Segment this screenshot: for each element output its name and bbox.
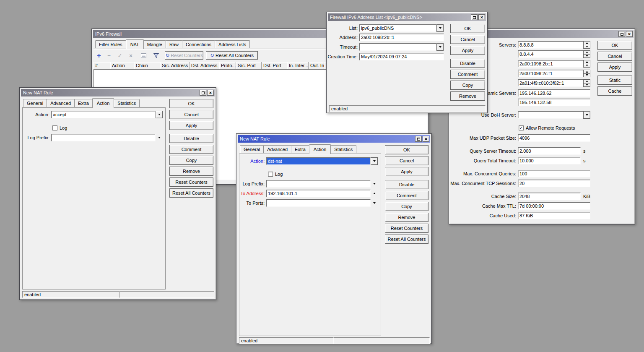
reset-counters-button[interactable]: Reset Counters (385, 224, 428, 233)
close-button[interactable]: × (423, 136, 429, 142)
tab-nat[interactable]: NAT (126, 39, 144, 49)
to-ports-expand[interactable] (371, 199, 377, 207)
tab-mangle[interactable]: Mangle (143, 40, 166, 48)
tab-filter-rules[interactable]: Filter Rules (95, 40, 126, 48)
copy-button[interactable]: Copy (169, 156, 213, 165)
apply-button[interactable]: Apply (169, 121, 213, 130)
dns-server-field-3[interactable]: 2a00:1098:2b::1 (518, 60, 583, 68)
column-header-src-address[interactable]: Src. Address (160, 62, 190, 69)
tab-extra[interactable]: Extra (74, 99, 93, 107)
tab-general[interactable]: General (240, 145, 264, 153)
action-dropdown[interactable] (371, 157, 378, 165)
server-4-stepper[interactable] (583, 70, 590, 77)
reset-all-counters-button[interactable]: Reset All Counters (385, 235, 428, 244)
filter-button[interactable] (151, 51, 161, 60)
tab-extra[interactable]: Extra (291, 145, 309, 153)
remove-button[interactable]: Remove (385, 213, 428, 222)
dns-server-field-2[interactable]: 8.8.4.4 (518, 50, 583, 58)
ok-button[interactable]: OK (385, 145, 428, 154)
dns-server-field-5[interactable]: 2a01:4f9:c010:3f02::1 (518, 79, 583, 87)
static-button[interactable]: Static (597, 76, 632, 85)
apply-button[interactable]: Apply (385, 167, 428, 176)
dns-server-field-1[interactable]: 8.8.8.8 (518, 41, 583, 49)
cancel-button[interactable]: Cancel (450, 35, 485, 44)
log-prefix-expand[interactable] (371, 180, 377, 188)
column-header-number[interactable]: # (93, 62, 110, 69)
tab-action[interactable]: Action (309, 144, 331, 154)
to-address-collapse[interactable] (371, 190, 377, 197)
tab-statistics[interactable]: Statistics (114, 99, 140, 107)
column-header-dst-port[interactable]: Dst. Port (262, 62, 287, 69)
tab-general[interactable]: General (23, 99, 47, 107)
query-server-timeout-field[interactable]: 2.000 (518, 147, 581, 155)
remove-button[interactable]: Remove (169, 167, 213, 176)
ok-button[interactable]: OK (169, 99, 213, 108)
doh-server-field[interactable] (518, 111, 583, 119)
copy-button[interactable]: Copy (385, 202, 428, 211)
apply-button[interactable]: Apply (597, 63, 632, 72)
disable-button[interactable]: Disable (385, 180, 428, 189)
server-5-stepper[interactable] (583, 79, 590, 87)
reset-all-counters-button[interactable]: Reset All Counters (169, 188, 213, 198)
allow-remote-requests-checkbox[interactable]: ✓ (519, 125, 524, 130)
log-prefix-expand[interactable] (156, 134, 162, 141)
tab-address-lists[interactable]: Address Lists (215, 40, 250, 48)
column-header-dst-address[interactable]: Dst. Address (190, 62, 219, 69)
log-prefix-field[interactable] (266, 180, 371, 188)
to-ports-field[interactable] (266, 199, 371, 207)
apply-button[interactable]: Apply (450, 46, 485, 55)
reset-counters-button[interactable]: Reset Counters (169, 177, 213, 187)
tab-raw[interactable]: Raw (166, 40, 182, 48)
restore-button[interactable] (415, 136, 422, 142)
restore-button[interactable] (618, 31, 625, 37)
comment-button[interactable]: Comment (450, 70, 485, 79)
doh-server-dropdown[interactable] (583, 111, 590, 119)
add-rule-button[interactable]: + (94, 51, 104, 60)
restore-button[interactable] (471, 14, 478, 20)
column-header-out-interface[interactable]: Out. Int... (309, 62, 324, 69)
cancel-button[interactable]: Cancel (169, 110, 213, 119)
column-header-chain[interactable]: Chain (134, 62, 160, 69)
close-button[interactable]: × (626, 31, 633, 37)
dns-server-field-4[interactable]: 2a00:1098:2c::1 (518, 70, 583, 77)
log-prefix-field[interactable] (51, 134, 156, 141)
server-3-stepper[interactable] (583, 60, 590, 68)
tab-advanced[interactable]: Advanced (47, 99, 75, 107)
disable-button[interactable]: Disable (169, 134, 213, 143)
remove-button[interactable]: Remove (450, 91, 485, 101)
ok-button[interactable]: OK (450, 24, 485, 33)
max-concurrent-queries-field[interactable]: 100 (518, 170, 590, 177)
list-dropdown[interactable] (436, 24, 444, 32)
action-field[interactable]: dst-nat (266, 157, 371, 165)
action-dropdown[interactable] (156, 111, 163, 118)
server-2-stepper[interactable] (583, 50, 590, 58)
cache-button[interactable]: Cache (597, 86, 632, 96)
log-checkbox[interactable] (52, 125, 57, 130)
max-udp-field[interactable]: 4096 (518, 134, 590, 142)
address-field[interactable]: 2a00:1098:2b::1 (359, 34, 444, 41)
titlebar[interactable]: Firewall IPv6 Address List <ipv6_publicD… (328, 13, 486, 21)
server-1-stepper[interactable] (583, 41, 590, 49)
close-button[interactable]: × (478, 14, 485, 20)
titlebar[interactable]: New NAT Rule × (21, 89, 215, 96)
disable-button[interactable]: Disable (450, 59, 485, 68)
to-address-field[interactable]: 192.168.101.1 (266, 190, 371, 197)
timeout-field[interactable] (359, 43, 436, 51)
cache-max-ttl-field[interactable]: 7d 00:00:00 (518, 202, 590, 210)
restore-button[interactable] (200, 90, 206, 96)
tab-connections[interactable]: Connections (182, 40, 215, 48)
cancel-button[interactable]: Cancel (385, 156, 428, 165)
tab-action[interactable]: Action (92, 98, 114, 108)
max-concurrent-tcp-field[interactable]: 20 (518, 180, 590, 187)
cancel-button[interactable]: Cancel (597, 52, 632, 61)
comment-button[interactable]: Comment (385, 191, 428, 200)
cache-size-field[interactable]: 2048 (518, 193, 581, 200)
titlebar[interactable]: New NAT Rule × (238, 135, 430, 143)
query-total-timeout-field[interactable]: 10.000 (518, 157, 581, 164)
column-header-action[interactable]: Action (110, 62, 134, 69)
copy-button[interactable]: Copy (450, 81, 485, 90)
timeout-dropdown[interactable] (436, 43, 444, 51)
log-checkbox[interactable] (268, 172, 273, 177)
close-button[interactable]: × (207, 90, 214, 96)
reset-all-counters-button[interactable]: ↻ Reset All Counters (206, 51, 258, 60)
